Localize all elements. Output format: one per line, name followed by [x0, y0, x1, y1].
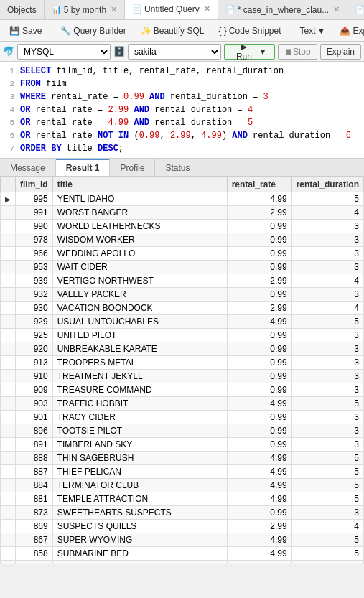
row-indicator-cell: [1, 397, 16, 411]
row-indicator-cell: [1, 411, 16, 424]
cell-rental-duration: 5: [291, 465, 363, 479]
cell-film-id: 913: [16, 356, 53, 370]
table-row[interactable]: 932VALLEY PACKER0.993: [1, 288, 364, 302]
table-row[interactable]: 991WORST BANGER2.994: [1, 206, 364, 220]
table-row[interactable]: 887THIEF PELICAN4.995: [1, 465, 364, 479]
cell-film-id: 930: [16, 302, 53, 315]
line-num-2: 2: [0, 78, 20, 90]
export-r-label: Export R: [353, 26, 364, 36]
table-row[interactable]: 888THIN SAGEBRUSH4.995: [1, 452, 364, 465]
data-table-wrap[interactable]: film_id title rental_rate rental_duratio…: [0, 177, 364, 564]
header-rental-rate[interactable]: rental_rate: [227, 177, 291, 192]
query-builder-icon: 🔧: [60, 26, 71, 36]
cell-film-id: 925: [16, 329, 53, 342]
row-indicator-cell: [1, 220, 16, 233]
row-indicator-cell: [1, 547, 16, 561]
table-row[interactable]: 884TERMINATOR CLUB4.995: [1, 479, 364, 492]
tab-status[interactable]: Status: [155, 159, 200, 176]
tab-case-in-where[interactable]: 📄 * case_in_where_clau... ✕: [218, 0, 347, 19]
header-rental-duration[interactable]: rental_duration: [291, 177, 363, 192]
table-row[interactable]: 939VERTIGO NORTHWEST2.994: [1, 274, 364, 288]
case-close-icon[interactable]: ✕: [333, 5, 340, 14]
cell-rental-duration: 5: [291, 192, 363, 206]
table-row[interactable]: 858SUBMARINE BED4.995: [1, 547, 364, 561]
untitled-query-close-icon[interactable]: ✕: [204, 4, 210, 14]
tab-objects[interactable]: Objects: [0, 0, 45, 19]
sql-line-3: 3 WHERE rental_rate = 0.99 AND rental_du…: [0, 90, 364, 103]
header-film-id[interactable]: film_id: [16, 177, 53, 192]
table-row[interactable]: 873SWEETHEARTS SUSPECTS0.993: [1, 506, 364, 520]
stop-button[interactable]: ⏹ Stop: [278, 44, 317, 60]
table-row[interactable]: 930VACATION BOONDOCK2.994: [1, 302, 364, 315]
tab-message[interactable]: Message: [0, 159, 56, 176]
query-builder-button[interactable]: 🔧 Query Builder: [54, 22, 132, 39]
explain-label: Explain: [327, 47, 355, 57]
table-row[interactable]: 909TREASURE COMMAND0.993: [1, 383, 364, 397]
cell-film-id: 991: [16, 206, 53, 220]
mysql-select[interactable]: MYSQL: [17, 44, 111, 60]
table-row[interactable]: 929USUAL UNTOUCHABLES4.995: [1, 315, 364, 329]
tab-profile[interactable]: Profile: [110, 159, 155, 176]
result-tabs: Message Result 1 Profile Status: [0, 159, 364, 177]
code-snippet-label: Code Snippet: [229, 26, 281, 36]
tab-film[interactable]: 📄 film ✕: [347, 0, 364, 19]
cell-film-id: 903: [16, 397, 53, 411]
cell-film-id: 884: [16, 479, 53, 492]
table-row[interactable]: 901TRACY CIDER0.993: [1, 411, 364, 424]
table-row[interactable]: 920UNBREAKABLE KARATE0.993: [1, 342, 364, 356]
row-indicator-cell: [1, 261, 16, 274]
table-row[interactable]: 966WEDDING APOLLO0.993: [1, 247, 364, 261]
table-row[interactable]: 896TOOTSIE PILOT0.993: [1, 424, 364, 438]
sql-text-5: OR rental_rate = 4.99 AND rental_duratio…: [20, 117, 253, 129]
cell-rental-duration: 5: [291, 397, 363, 411]
line-num-7: 7: [0, 143, 20, 154]
table-row[interactable]: 953WAIT CIDER0.993: [1, 261, 364, 274]
explain-button[interactable]: Explain: [320, 44, 361, 60]
db-select[interactable]: sakila: [128, 44, 221, 60]
cell-rental-duration: 5: [291, 533, 363, 547]
sql-editor[interactable]: 1 SELECT film_id, title, rental_rate, re…: [0, 62, 364, 159]
save-button[interactable]: 💾 Save: [3, 22, 48, 39]
row-indicator-cell: [1, 288, 16, 302]
cell-title: TIMBERLAND SKY: [52, 438, 227, 452]
table-row[interactable]: 913TROOPERS METAL0.993: [1, 356, 364, 370]
table-row[interactable]: 881TEMPLE ATTRACTION4.995: [1, 492, 364, 506]
table-row[interactable]: 869SUSPECTS QUILLS2.994: [1, 520, 364, 533]
table-row[interactable]: 925UNITED PILOT0.993: [1, 329, 364, 342]
export-r-button[interactable]: 📤 Export R: [333, 22, 364, 39]
query-builder-label: Query Builder: [73, 26, 126, 36]
tab-by-month[interactable]: 📊 5 by month ✕: [45, 0, 125, 19]
tab-untitled-query[interactable]: 📄 Untitled Query ✕: [125, 0, 218, 19]
code-snippet-button[interactable]: { } Code Snippet: [212, 22, 287, 39]
cell-title: THIEF PELICAN: [52, 465, 227, 479]
cell-title: YENTL IDAHO: [52, 192, 227, 206]
row-indicator-cell: [1, 206, 16, 220]
cell-film-id: 929: [16, 315, 53, 329]
cell-rental-duration: 3: [291, 356, 363, 370]
table-row[interactable]: 910TREATMENT JEKYLL0.993: [1, 370, 364, 383]
text-button[interactable]: Text ▼: [294, 22, 332, 39]
table-row[interactable]: 891TIMBERLAND SKY0.993: [1, 438, 364, 452]
header-title[interactable]: title: [52, 177, 227, 192]
tab-result1[interactable]: Result 1: [56, 159, 111, 176]
line-num-1: 1: [0, 65, 20, 77]
table-row[interactable]: ▶995YENTL IDAHO4.995: [1, 192, 364, 206]
cell-film-id: 910: [16, 370, 53, 383]
cell-rental-rate: 4.99: [227, 452, 291, 465]
table-row[interactable]: 903TRAFFIC HOBBIT4.995: [1, 397, 364, 411]
run-button[interactable]: ▶ Run ▼: [224, 44, 275, 60]
table-row[interactable]: 867SUPER WYOMING4.995: [1, 533, 364, 547]
by-month-close-icon[interactable]: ✕: [111, 5, 117, 14]
text-label: Text: [300, 26, 316, 36]
cell-rental-duration: 4: [291, 274, 363, 288]
beautify-sql-button[interactable]: ✨ Beautify SQL: [134, 22, 211, 39]
table-row[interactable]: 978WISDOM WORKER0.993: [1, 233, 364, 247]
cell-title: WAIT CIDER: [52, 261, 227, 274]
table-row[interactable]: 856STREETCAR INTENTIONS4.995: [1, 561, 364, 565]
cell-rental-rate: 0.99: [227, 506, 291, 520]
cell-title: THIN SAGEBRUSH: [52, 452, 227, 465]
cell-rental-duration: 3: [291, 411, 363, 424]
table-row[interactable]: 990WORLD LEATHERNECKS0.993: [1, 220, 364, 233]
cell-rental-rate: 0.99: [227, 411, 291, 424]
line-num-6: 6: [0, 130, 20, 141]
